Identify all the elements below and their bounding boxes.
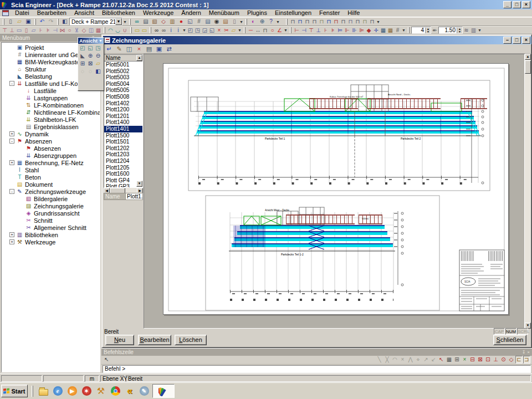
frame-icon[interactable]: ⊓ bbox=[262, 27, 269, 34]
dialog-maximize-button[interactable]: □ bbox=[513, 37, 521, 44]
vscroll-up-icon[interactable]: ▲ bbox=[525, 54, 531, 60]
plot-item-plott5002[interactable]: Plott5002 bbox=[104, 68, 142, 75]
load-icon[interactable]: ◇ bbox=[80, 27, 88, 34]
cursor-snap-icon[interactable]: ↖ bbox=[438, 356, 445, 364]
toolbar-overflow-icon[interactable]: ▼ bbox=[122, 18, 127, 25]
frame-view-9-icon[interactable]: ⊓ bbox=[347, 18, 354, 25]
plot-item-plott1401[interactable]: Plott1401 bbox=[104, 126, 142, 132]
plot-item-plott1402[interactable]: Plott1402 bbox=[104, 100, 142, 107]
tree-item-grundrissansicht[interactable]: ◈ Grundrissansicht bbox=[2, 209, 100, 217]
viewport-3-icon[interactable]: ◲ bbox=[201, 27, 208, 34]
scroll-down-icon[interactable]: ▼ bbox=[136, 181, 142, 187]
folder-icon[interactable]: ▱ bbox=[230, 27, 237, 34]
tree-item-lastgruppen[interactable]: ⇊ Lastgruppen bbox=[2, 94, 100, 101]
toolbar-grip[interactable] bbox=[408, 27, 410, 33]
insert-to-model-icon[interactable]: ↵ bbox=[104, 45, 114, 53]
snap-cross-icon[interactable]: ╳ bbox=[383, 356, 391, 364]
toolbar-grip[interactable] bbox=[244, 27, 245, 33]
zoom-in-icon[interactable]: ⊕ bbox=[86, 52, 94, 60]
next-view-icon[interactable]: ◌ bbox=[86, 68, 94, 75]
minimize-button[interactable]: _ bbox=[503, 1, 511, 8]
maximize-button[interactable]: □ bbox=[513, 1, 521, 8]
plot-item-plott1203[interactable]: Plott1203 bbox=[104, 151, 142, 158]
viewport-4-icon[interactable]: ◱ bbox=[208, 27, 216, 34]
plot-item-plott1501[interactable]: Plott1501 bbox=[104, 139, 142, 145]
grid2-icon[interactable]: ▥ bbox=[470, 27, 477, 34]
spinner-arrows-icon[interactable]: ▲▼ bbox=[457, 28, 462, 33]
toolbar-grip[interactable] bbox=[34, 19, 36, 25]
taskbar-paint-icon[interactable]: ✎ bbox=[138, 385, 150, 397]
anchor-icon[interactable]: ↞ bbox=[431, 27, 438, 34]
green-cross-icon[interactable]: × bbox=[461, 356, 468, 364]
tree-item-stahlbeton-lfk[interactable]: ⇊ Stahlbeton-LFK bbox=[2, 116, 100, 123]
binoculars-icon[interactable]: ∞ bbox=[153, 27, 160, 34]
snap-perpendicular-icon[interactable]: ⊥ bbox=[492, 356, 499, 364]
vscroll-thumb[interactable] bbox=[525, 60, 531, 74]
info-icon[interactable]: i bbox=[167, 27, 175, 34]
taskbar-scia-button[interactable] bbox=[152, 384, 175, 398]
toolbar-grip[interactable] bbox=[286, 19, 288, 25]
member-edit-6-icon[interactable]: ⊧ bbox=[329, 27, 336, 34]
frame-view-3-icon[interactable]: ⊓ bbox=[304, 18, 311, 25]
preview-icon[interactable]: ▤ bbox=[203, 18, 212, 25]
plot-item-plott5008[interactable]: Plott5008 bbox=[104, 94, 142, 100]
combo-dropdown-icon[interactable]: ▼ bbox=[115, 18, 122, 25]
snap-mid-icon[interactable]: ⊟ bbox=[469, 356, 476, 364]
menu-aendern[interactable]: Ändern bbox=[177, 9, 204, 17]
export-plot-icon[interactable]: ▣ bbox=[154, 45, 164, 53]
opening-icon[interactable]: ▱ bbox=[30, 27, 37, 34]
grid-snap-icon[interactable]: ▦ bbox=[446, 356, 453, 364]
toolbar-grip[interactable] bbox=[3, 19, 4, 25]
zoom-out-icon[interactable]: ⊖ bbox=[94, 52, 102, 60]
tree-item-zeichnungswerkzeuge[interactable]: - ✎ Zeichnungswerkzeuge bbox=[2, 188, 100, 195]
zoom-window-icon[interactable]: ⊞ bbox=[79, 60, 86, 68]
axis-icon[interactable]: ≋ bbox=[463, 27, 470, 34]
menu-fenster[interactable]: Fenster bbox=[315, 9, 344, 17]
snap-intersection-icon[interactable]: ⊡ bbox=[484, 356, 492, 364]
new-button[interactable]: Neu bbox=[105, 335, 134, 345]
tree-item-dokument[interactable]: ▤ Dokument bbox=[2, 181, 100, 188]
view-params-icon[interactable]: ◧ bbox=[94, 68, 102, 75]
project-combo[interactable]: Deck + Rampe 21.07 ▼ bbox=[69, 18, 122, 25]
member-edit-11-icon[interactable]: ◆ bbox=[365, 27, 372, 34]
toolbar-grip[interactable] bbox=[57, 19, 59, 25]
plot-item-plott5004[interactable]: Plott5004 bbox=[104, 81, 142, 88]
transform-icon[interactable]: ◇ bbox=[159, 18, 168, 25]
tree-expander[interactable]: - bbox=[9, 139, 14, 144]
menu-ansicht[interactable]: Ansicht bbox=[70, 9, 98, 17]
plot-item-plott5005[interactable]: Plott5005 bbox=[104, 87, 142, 94]
new-icon[interactable]: ▯ bbox=[6, 18, 15, 25]
close-panel-icon[interactable]: × bbox=[527, 350, 530, 355]
snap-up-icon[interactable]: ⋀ bbox=[407, 356, 414, 364]
tree-item-schnitt[interactable]: ✂ Schnitt bbox=[2, 217, 100, 224]
view-top-icon[interactable]: ◰ bbox=[79, 44, 86, 52]
plot-item-plott1400[interactable]: Plott1400 bbox=[104, 119, 142, 126]
colors-icon[interactable]: ◐ bbox=[249, 18, 258, 25]
tree-expander[interactable]: + bbox=[9, 131, 14, 136]
draw-overflow-icon[interactable]: ▼ bbox=[237, 27, 242, 34]
snap-line-icon[interactable]: ╲ bbox=[376, 356, 383, 364]
circle-icon[interactable]: ○ bbox=[269, 27, 276, 34]
print-icon[interactable]: ▤ bbox=[141, 18, 150, 25]
preview-vscrollbar[interactable]: ▲ ▼ bbox=[525, 54, 531, 329]
snap-dir1-icon[interactable]: ↗ bbox=[422, 356, 429, 364]
member-edit-9-icon[interactable]: ⊪ bbox=[351, 27, 358, 34]
move-icon[interactable]: ▭ bbox=[134, 27, 141, 34]
menu-hilfe[interactable]: Hilfe bbox=[344, 9, 364, 17]
tree-item-bibliotheken[interactable]: + ▥ Bibliotheken bbox=[2, 231, 100, 238]
raster-snap-icon[interactable]: ⊞ bbox=[453, 356, 461, 364]
zoom-doc-icon[interactable]: ⊕ bbox=[258, 18, 267, 25]
taskbar-tools-icon[interactable]: ⚒ bbox=[95, 385, 107, 397]
tree-item-zeichnungsgalerie[interactable]: ▨ Zeichnungsgalerie bbox=[2, 202, 100, 209]
right-overflow-icon[interactable]: ▼ bbox=[477, 27, 482, 34]
cut-icon[interactable]: ✂ bbox=[223, 27, 230, 34]
frame-view-5-icon[interactable]: ⊓ bbox=[318, 18, 325, 25]
tree-item-absenzgruppen[interactable]: ⇊ Absenzgruppen bbox=[2, 152, 100, 159]
member-edit-4-icon[interactable]: ⊥ bbox=[315, 27, 322, 34]
taskbar-mediaplayer-icon[interactable]: ▶ bbox=[66, 385, 78, 397]
frame-view-8-icon[interactable]: ⊓ bbox=[340, 18, 347, 25]
scroll-up-icon[interactable]: ▲ bbox=[136, 55, 142, 61]
wall-icon[interactable]: ▯ bbox=[23, 27, 30, 34]
db-load-icon[interactable]: ▦ bbox=[387, 27, 394, 34]
member-edit-5-icon[interactable]: ⊦ bbox=[322, 27, 329, 34]
